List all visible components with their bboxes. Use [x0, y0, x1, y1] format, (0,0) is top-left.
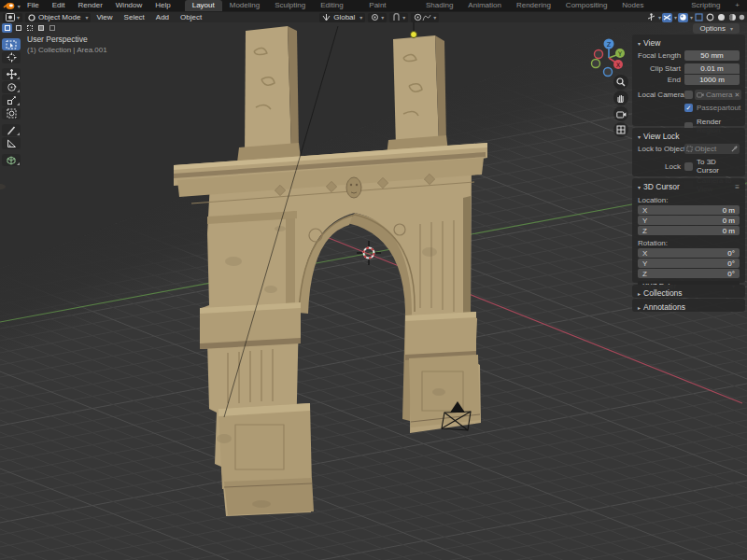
- to-3d-cursor-checkbox[interactable]: [684, 162, 693, 171]
- clip-end-field[interactable]: 1000 m: [684, 75, 740, 85]
- transform-orientation[interactable]: Global ▾: [319, 13, 365, 22]
- clip-start-label: Clip Start: [638, 64, 684, 73]
- collections-section-header[interactable]: ▸ Collections: [638, 287, 740, 299]
- tab-rendering[interactable]: Rendering: [509, 0, 558, 11]
- proportional-editing[interactable]: ▾: [411, 13, 439, 22]
- tab-shading[interactable]: Shading: [418, 0, 460, 11]
- select-mode-invert-button[interactable]: [35, 23, 46, 33]
- camera-view-button[interactable]: [613, 106, 628, 121]
- tool-annotate[interactable]: [2, 124, 21, 136]
- focal-length-field[interactable]: 50 mm: [684, 50, 740, 61]
- lock-to-object-label: Lock to Object: [638, 145, 684, 153]
- chevron-down-icon: ▾: [85, 14, 88, 21]
- mode-selector-label: Object Mode: [35, 13, 83, 21]
- gizmo-x-negative[interactable]: [595, 50, 603, 59]
- select-mode-extend-button[interactable]: [13, 23, 23, 33]
- passepartout-checkbox[interactable]: ✓: [684, 104, 693, 112]
- clear-camera-icon[interactable]: ✕: [734, 91, 740, 99]
- tab-compositing[interactable]: Compositing: [558, 0, 614, 11]
- topbar: ▾ File Edit Render Window Help Layout Mo…: [0, 0, 747, 11]
- cursor-rotation-x[interactable]: X 0°: [638, 248, 740, 258]
- menu-render[interactable]: Render: [72, 0, 109, 11]
- cursor-location-y[interactable]: Y 0 m: [638, 216, 740, 225]
- clip-end-label: End: [638, 76, 684, 84]
- navigation-gizmo[interactable]: Z Y X: [588, 36, 631, 79]
- clip-start-field[interactable]: 0.01 m: [684, 63, 740, 74]
- cursor-rotation-z[interactable]: Z 0°: [638, 269, 740, 278]
- add-workspace-button[interactable]: +: [727, 0, 747, 11]
- menu-file[interactable]: File: [21, 0, 46, 11]
- panel-menu-icon[interactable]: ≡: [735, 183, 740, 191]
- menu-select[interactable]: Select: [119, 13, 150, 21]
- select-mode-subtract-button[interactable]: [24, 23, 35, 33]
- tab-sculpting[interactable]: Sculpting: [267, 0, 313, 11]
- blender-logo-icon[interactable]: [3, 1, 16, 10]
- tab-geometry-nodes[interactable]: Geometry Nodes: [614, 0, 684, 11]
- pivot-point-icon: [371, 13, 379, 21]
- cursor-section-title: 3D Cursor: [643, 182, 680, 191]
- options-button[interactable]: Options ▾: [693, 23, 740, 34]
- eyedropper-icon[interactable]: [731, 146, 738, 152]
- annotations-section-title: Annotations: [643, 302, 685, 312]
- shading-material-button[interactable]: [716, 13, 726, 22]
- tool-measure[interactable]: [2, 137, 21, 149]
- cursor-rotation-y[interactable]: Y 0°: [638, 259, 740, 268]
- overlays-toggle[interactable]: [662, 13, 672, 22]
- tool-transform[interactable]: [2, 107, 21, 119]
- menu-add[interactable]: Add: [150, 13, 175, 21]
- show-gizmo-toggle[interactable]: [646, 13, 656, 22]
- workspace-tabs: Layout Modeling Sculpting UV Editing Tex…: [185, 0, 747, 11]
- menu-view[interactable]: View: [91, 13, 118, 21]
- select-mode-set-button[interactable]: [2, 23, 12, 33]
- cursor-location-x[interactable]: X 0 m: [638, 205, 740, 215]
- shading-solid-button[interactable]: [705, 13, 715, 22]
- tool-select-box[interactable]: [2, 38, 21, 50]
- tab-modeling[interactable]: Modeling: [222, 0, 267, 11]
- tool-cursor[interactable]: [2, 51, 21, 63]
- tool-move[interactable]: [2, 68, 21, 80]
- editor-type-selector[interactable]: ▾: [3, 13, 22, 22]
- menu-help[interactable]: Help: [148, 0, 176, 11]
- annotations-section-header[interactable]: ▸ Annotations: [638, 301, 740, 313]
- chevron-down-icon: ▾: [690, 14, 693, 21]
- tab-texture-paint[interactable]: Texture Paint: [361, 0, 418, 11]
- lock-to-object-field[interactable]: Object: [684, 144, 740, 154]
- tool-rotate[interactable]: [2, 81, 21, 93]
- cursor-section-header[interactable]: ▾ 3D Cursor ≡: [638, 181, 740, 192]
- shading-wireframe-button[interactable]: [694, 13, 704, 22]
- tool-scale[interactable]: [2, 94, 21, 106]
- menu-edit[interactable]: Edit: [46, 0, 72, 11]
- pivot-point-selector[interactable]: ▾: [368, 13, 387, 22]
- view-lock-section-header[interactable]: ▾ View Lock: [638, 131, 740, 142]
- panel-annotations: ▸ Annotations: [632, 299, 745, 312]
- view-lock-section-title: View Lock: [643, 132, 680, 141]
- gizmo-z-negative[interactable]: [604, 68, 613, 77]
- mode-selector[interactable]: Object Mode ▾: [25, 13, 91, 22]
- toolbar: [2, 38, 21, 167]
- snap-toggle[interactable]: ▾: [389, 13, 408, 22]
- passepartout-label: Passepartout: [697, 104, 740, 112]
- menu-object[interactable]: Object: [175, 13, 207, 21]
- tab-layout[interactable]: Layout: [185, 0, 222, 11]
- viewport-header: ▾ Object Mode ▾ View Select Add Object G…: [0, 11, 747, 22]
- local-camera-checkbox[interactable]: [684, 91, 693, 99]
- view-section-header[interactable]: ▾ View: [638, 37, 740, 49]
- local-camera-field[interactable]: Camera ✕: [695, 90, 741, 100]
- tab-animation[interactable]: Animation: [460, 0, 509, 11]
- gizmo-y-negative[interactable]: [592, 60, 600, 68]
- menu-window[interactable]: Window: [109, 0, 148, 11]
- shading-rendered-button[interactable]: [727, 13, 738, 22]
- material-preview-icon: [717, 13, 726, 21]
- svg-text:Z: Z: [607, 41, 612, 49]
- xray-toggle[interactable]: [678, 13, 688, 22]
- pan-hand-button[interactable]: [613, 91, 628, 105]
- tab-scripting[interactable]: Scripting: [684, 0, 727, 11]
- expanded-arrow-icon: ▾: [638, 133, 641, 140]
- cursor-location-z[interactable]: Z 0 m: [638, 226, 740, 235]
- tool-add-primitive[interactable]: [2, 154, 21, 166]
- shading-dropdown-button[interactable]: [739, 13, 745, 22]
- collapsed-arrow-icon: ▸: [638, 290, 641, 297]
- orthographic-toggle-button[interactable]: [613, 122, 628, 137]
- tab-uv-editing[interactable]: UV Editing: [313, 0, 361, 11]
- select-mode-intersect-button[interactable]: [47, 23, 57, 33]
